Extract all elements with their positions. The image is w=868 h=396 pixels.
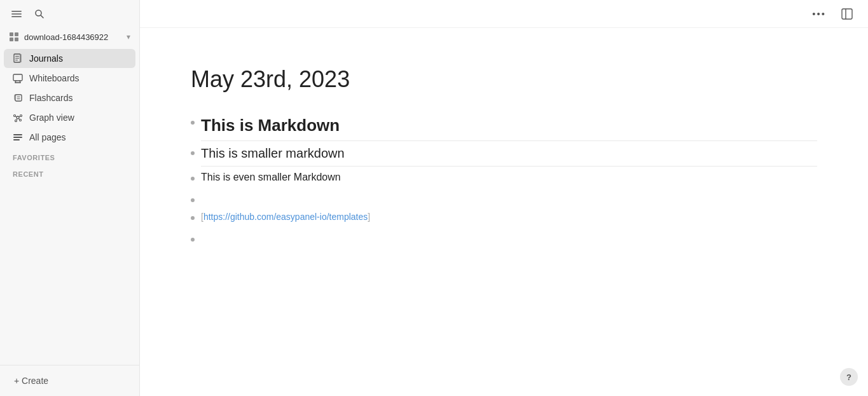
all-pages-icon [13, 132, 23, 142]
svg-rect-10 [15, 56, 19, 57]
sidebar-item-whiteboards[interactable]: Whiteboards [4, 69, 135, 88]
svg-rect-5 [10, 32, 13, 36]
more-options-button[interactable]: ••• [807, 6, 831, 22]
journals-icon [13, 53, 23, 64]
sidebar-item-journals-label: Journals [29, 53, 63, 64]
svg-rect-7 [10, 38, 13, 41]
sidebar-item-journals[interactable]: Journals [4, 49, 135, 68]
more-options-icon: ••• [812, 8, 826, 19]
bullet-item-empty-1 [191, 191, 817, 208]
bullet-content-h1: This is Markdown [201, 116, 817, 141]
search-button[interactable] [32, 6, 47, 22]
bullet-item-h3: This is even smaller Markdown [191, 169, 817, 191]
svg-rect-14 [13, 74, 22, 81]
bullet-content-empty-2 [201, 233, 817, 245]
bullet-dot [191, 151, 195, 155]
svg-line-29 [19, 119, 20, 120]
whiteboards-icon [13, 73, 23, 83]
main-content: ••• May 23rd, 2023 This is Markdown [140, 0, 868, 396]
svg-rect-1 [11, 13, 22, 15]
svg-rect-31 [13, 137, 22, 138]
bullet-list: This is Markdown This is smaller markdow… [191, 113, 817, 248]
workspace-chevron: ▾ [127, 32, 130, 41]
h3-text: This is even smaller Markdown [201, 172, 341, 182]
recent-section-label: RECENT [0, 164, 139, 181]
svg-rect-32 [13, 139, 20, 140]
svg-rect-0 [11, 11, 22, 12]
svg-point-21 [17, 116, 19, 119]
bullet-item-h2: This is smaller markdown [191, 144, 817, 169]
bullet-dot [191, 216, 195, 220]
bullet-item-link: [https://github.com/easypanel-io/templat… [191, 208, 817, 230]
create-button[interactable]: + Create [9, 372, 130, 390]
sidebar-item-all-pages-label: All pages [29, 132, 66, 142]
bullet-content-empty-1 [201, 193, 817, 206]
svg-point-24 [15, 120, 17, 122]
svg-rect-13 [21, 54, 22, 62]
bullet-dot [191, 198, 195, 202]
svg-rect-18 [15, 95, 22, 101]
bullet-item-h1: This is Markdown [191, 113, 817, 144]
svg-line-4 [41, 16, 44, 18]
svg-line-28 [17, 119, 17, 120]
nav-items: Journals Whiteboards Flashcards [0, 46, 139, 365]
svg-line-27 [19, 116, 20, 117]
page-title: May 23rd, 2023 [191, 66, 817, 93]
favorites-section-label: FAVORITES [0, 147, 139, 164]
bullet-dot [191, 177, 195, 181]
sidebar-item-graph-view[interactable]: Graph view [4, 108, 135, 127]
h2-text: This is smaller markdown [201, 146, 345, 160]
svg-rect-30 [13, 134, 22, 135]
svg-rect-8 [15, 38, 18, 41]
help-icon: ? [846, 372, 851, 382]
sidebar-item-whiteboards-label: Whiteboards [29, 73, 79, 83]
sidebar-item-graph-view-label: Graph view [29, 113, 74, 123]
toggle-sidebar-button[interactable] [836, 6, 858, 22]
bullet-item-empty-2 [191, 230, 817, 248]
create-button-label: + Create [14, 376, 48, 386]
bullet-dot [191, 121, 195, 125]
toggle-sidebar-icon [841, 8, 853, 20]
menu-toggle-button[interactable] [9, 6, 24, 22]
svg-rect-6 [15, 32, 18, 36]
sidebar-footer: + Create [0, 365, 139, 396]
sidebar-item-flashcards-label: Flashcards [29, 93, 72, 103]
svg-rect-11 [15, 58, 19, 58]
svg-rect-12 [15, 60, 18, 60]
sidebar: download-1684436922 ▾ Journals Whiteboar… [0, 0, 140, 396]
h1-text: This is Markdown [201, 116, 340, 135]
bullet-content-h2: This is smaller markdown [201, 146, 817, 167]
workspace-icon [9, 32, 19, 42]
link-bracket-close: ] [368, 212, 370, 222]
main-header: ••• [140, 0, 868, 28]
bullet-dot [191, 238, 195, 242]
menu-icon [11, 9, 22, 19]
bullet-content-link: [https://github.com/easypanel-io/templat… [201, 211, 817, 228]
bullet-content-h3: This is even smaller Markdown [201, 172, 817, 188]
svg-rect-2 [11, 17, 22, 18]
workspace-selector[interactable]: download-1684436922 ▾ [0, 28, 139, 46]
sidebar-header [0, 0, 139, 28]
workspace-name: download-1684436922 [24, 32, 108, 42]
svg-line-26 [15, 116, 17, 117]
svg-point-3 [36, 10, 41, 16]
search-icon [34, 9, 45, 19]
graph-view-icon [13, 113, 23, 123]
help-button[interactable]: ? [840, 368, 858, 386]
flashcards-icon [13, 93, 23, 103]
svg-rect-33 [842, 9, 852, 19]
editor-area[interactable]: May 23rd, 2023 This is Markdown This is … [140, 28, 868, 396]
sidebar-item-flashcards[interactable]: Flashcards [4, 88, 135, 107]
sidebar-item-all-pages[interactable]: All pages [4, 128, 135, 147]
link-url[interactable]: https://github.com/easypanel-io/template… [203, 212, 368, 222]
